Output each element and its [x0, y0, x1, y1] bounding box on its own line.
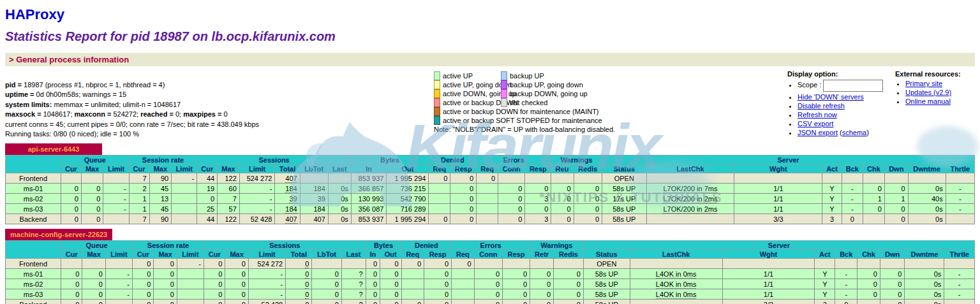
row-name: ms-01 — [6, 184, 61, 194]
cell: 0 — [858, 269, 880, 279]
cell: 57 — [218, 204, 240, 214]
cell: ? — [341, 289, 366, 300]
cell: 0 — [503, 279, 530, 289]
cell: 0 — [450, 204, 477, 214]
cell — [452, 289, 475, 300]
column-header-dwntme: Dwntme — [908, 164, 946, 173]
proxy-badge-api-server-6443[interactable]: api-server-6443 — [5, 143, 102, 155]
group-header-queue: Queue — [61, 156, 130, 164]
cell — [103, 214, 129, 224]
cell: 0 — [498, 194, 525, 204]
cell-value: 184 — [285, 185, 297, 193]
cell: 7 — [218, 194, 240, 204]
cell — [905, 259, 944, 269]
display-option-link-disable-refresh[interactable]: Disable refresh — [798, 102, 845, 110]
cell: - — [239, 204, 275, 214]
cell: 184 — [300, 184, 328, 194]
scope-input[interactable] — [823, 80, 883, 92]
cell: 3 — [815, 300, 835, 304]
cell: 0 — [286, 259, 312, 269]
cell: 1 — [129, 204, 149, 214]
cell: - — [944, 269, 975, 279]
cell: 40s — [908, 194, 946, 204]
cell: 0 — [474, 269, 502, 279]
external-resources-list: Primary siteUpdates (v2.9)Online manual — [895, 80, 975, 105]
row-name: ms-02 — [6, 194, 61, 204]
column-header-wght: Wght — [722, 250, 815, 259]
cell: L7OK/200 in 2ms — [646, 194, 734, 204]
cell: 0 — [880, 269, 905, 279]
cell: L7OK/200 in 2ms — [646, 204, 734, 214]
column-header-max: Max — [218, 164, 240, 173]
cell: 0 — [61, 269, 82, 279]
cell: 0 — [82, 289, 105, 300]
cell: 0 — [133, 269, 154, 279]
display-options-title: Display option: — [787, 70, 886, 78]
corner-header — [6, 156, 61, 173]
external-resource-item: Updates (v2.9) — [905, 89, 975, 96]
cell: - — [946, 194, 974, 204]
group-header-session-rate: Session rate — [133, 241, 204, 250]
cell: 1 — [129, 194, 149, 204]
cell: 366 857 — [351, 184, 387, 194]
cell: - — [105, 289, 132, 300]
proxy-badge-machine-config-server-22623[interactable]: machine-config-server-22623 — [5, 229, 112, 240]
column-header-status: Status — [602, 164, 647, 173]
external-resource-link-updates-v2-9-[interactable]: Updates (v2.9) — [905, 89, 951, 96]
legend-color-swatch — [501, 80, 507, 89]
cell — [172, 184, 197, 194]
column-header-lastchk: LastChk — [646, 164, 734, 173]
cell — [105, 259, 132, 269]
row-name: ms-02 — [6, 279, 61, 289]
cell — [863, 173, 885, 184]
cell: 0 — [452, 259, 475, 269]
group-header-warnings: Warnings — [551, 156, 602, 164]
legend-item: not checked — [501, 98, 588, 107]
info-value: memmax = unlimited; ulimit-n = 1048617 — [52, 101, 181, 108]
display-option-link-json-export[interactable]: JSON export — [798, 129, 838, 136]
cell: 3 — [525, 194, 551, 204]
group-header-session-rate: Session rate — [129, 156, 197, 164]
cell: - — [835, 269, 858, 279]
cell — [300, 173, 328, 184]
info-key: maxsock = — [5, 110, 43, 118]
column-header-total: Total — [286, 250, 312, 259]
cell: 0 — [312, 279, 341, 289]
cell: 0 — [82, 300, 105, 304]
display-options: Display option: Scope : Hide 'DOWN' serv… — [787, 70, 886, 138]
display-option-link-csv-export[interactable]: CSV export — [798, 120, 833, 127]
cell — [880, 259, 905, 269]
column-header-retr: Retr — [530, 250, 554, 259]
cell — [646, 173, 734, 184]
legend-color-swatch — [434, 71, 440, 80]
cell: 0 — [574, 204, 602, 214]
group-header-errors: Errors — [452, 241, 530, 250]
cell: 0 — [842, 214, 863, 224]
display-option-link-hide-down-servers[interactable]: Hide 'DOWN' servers — [798, 93, 864, 101]
external-resource-link-primary-site[interactable]: Primary site — [905, 80, 942, 87]
display-option-link-refresh-now[interactable]: Refresh now — [798, 111, 837, 119]
cell: 0 — [366, 269, 380, 279]
column-header-redis: Redis — [554, 250, 584, 259]
table-row-ms-03: ms-0300-1452557-1841840s356 087716 28900… — [6, 204, 975, 214]
haproxy-home-link[interactable]: HAProxy — [5, 6, 64, 22]
cell: 0 — [551, 194, 574, 204]
external-resource-link-online-manual[interactable]: Online manual — [905, 98, 951, 105]
cell: Y — [815, 279, 835, 289]
display-option-link-schema[interactable]: schema — [842, 129, 867, 136]
cell: 0 — [380, 269, 401, 279]
column-header-max: Max — [154, 250, 177, 259]
cell: 0 — [503, 269, 530, 279]
column-header-redis: Redis — [574, 164, 602, 173]
cell — [177, 289, 204, 300]
cell: 407 — [275, 173, 300, 184]
cell: 90 — [149, 173, 172, 184]
cell: 0s — [905, 279, 944, 289]
status-legend: active UPactive UP, going downactive DOW… — [434, 70, 656, 133]
cell — [82, 259, 105, 269]
display-option-item: CSV export — [798, 120, 886, 127]
cell: 0 — [312, 269, 341, 279]
group-header-errors: Errors — [477, 156, 551, 164]
column-header-cur: Cur — [61, 250, 82, 259]
column-header-resp: Resp — [525, 164, 551, 173]
